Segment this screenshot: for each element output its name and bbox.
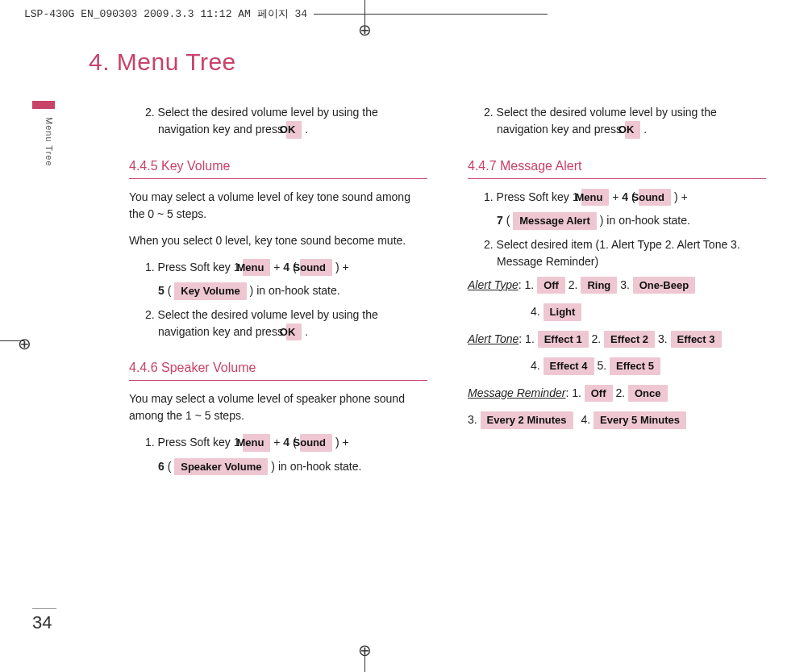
crop-mark-icon: ⊕ — [358, 20, 372, 40]
step-continuation: 5 ( Key Volume ) in on-hook state. — [158, 282, 427, 300]
crop-mark-icon: ⊕ — [18, 334, 31, 353]
page-number: 34 — [32, 612, 52, 633]
ring-option: Ring — [581, 277, 617, 294]
step-continuation: 6 ( Speaker Volume ) in on-hook state. — [158, 458, 427, 476]
option-group-label: Alert Tone — [468, 332, 519, 345]
print-header: LSP-430G EN_090303 2009.3.3 11:12 AM 페이지… — [24, 6, 548, 21]
section-title: 4.4.7 Message Alert — [468, 157, 766, 179]
every-2-minutes-option: Every 2 Minutes — [481, 411, 573, 429]
every-5-minutes-option: Every 5 Minutes — [594, 411, 686, 429]
step-text: 2. Select the desired volume level by us… — [145, 307, 427, 341]
key-volume-button-label: Key Volume — [174, 282, 246, 300]
chapter-title: 4. Menu Tree — [89, 48, 768, 76]
one-beep-option: One-Beep — [633, 277, 695, 294]
step-text: 2. Select the desired volume level by us… — [484, 104, 766, 139]
effect3-option: Effect 3 — [671, 331, 722, 349]
menu-button-label: Menu — [581, 189, 609, 207]
effect5-option: Effect 5 — [610, 357, 660, 375]
ok-button-label: OK — [286, 121, 302, 139]
digit-key: 6 — [158, 460, 165, 473]
message-alert-button-label: Message Alert — [513, 212, 597, 230]
menu-button-label: Menu — [243, 434, 270, 452]
option-line: 4. Light — [531, 303, 766, 321]
crop-mark-icon: ⊕ — [358, 641, 372, 660]
page-content: 4. Menu Tree 2. Select the desired volum… — [40, 48, 768, 632]
paragraph: When you select 0 level, key tone sound … — [129, 232, 427, 249]
option-line: 3. Every 2 Minutes 4. Every 5 Minutes — [468, 411, 766, 429]
option-line: 4. Effect 4 5. Effect 5 — [531, 357, 766, 375]
step-text: 1. Press Soft key 1 Menu + 4 ( Sound ) + — [484, 189, 766, 207]
off-option: Off — [585, 385, 613, 403]
paragraph: You may select a volume level of speaker… — [129, 390, 427, 424]
paragraph: You may select a volume level of key ton… — [129, 189, 427, 223]
once-option: Once — [628, 385, 668, 403]
option-group-label: Alert Type — [468, 278, 519, 291]
step-text: 2. Select the desired volume level by us… — [145, 104, 427, 139]
effect2-option: Effect 2 — [604, 331, 655, 349]
step-continuation: 7 ( Message Alert ) in on-hook state. — [497, 212, 766, 230]
step-text: 1. Press Soft key 1 Menu + 4 ( Sound ) + — [145, 259, 427, 277]
step-text: 1. Press Soft key 1 Menu + 4 ( Sound ) + — [145, 434, 427, 452]
option-line: Alert Type: 1. Off 2. Ring 3. One-Beep — [468, 277, 766, 294]
sound-button-label: Sound — [300, 434, 332, 452]
option-group-label: Message Reminder — [468, 386, 565, 399]
option-line: Alert Tone: 1. Effect 1 2. Effect 2 3. E… — [468, 331, 766, 349]
ok-button-label: OK — [286, 323, 302, 341]
digit-key: 4 — [622, 190, 628, 203]
digit-key: 5 — [158, 284, 165, 297]
light-option: Light — [544, 303, 582, 321]
option-line: Message Reminder: 1. Off 2. Once — [468, 385, 766, 403]
sound-button-label: Sound — [639, 189, 671, 207]
off-option: Off — [537, 277, 565, 294]
digit-key: 4 — [283, 261, 289, 273]
print-header-line — [314, 14, 548, 15]
section-title: 4.4.6 Speaker Volume — [129, 358, 427, 381]
digit-key: 4 — [283, 436, 289, 449]
effect4-option: Effect 4 — [544, 357, 594, 375]
left-column: 2. Select the desired volume level by us… — [129, 104, 427, 482]
speaker-volume-button-label: Speaker Volume — [174, 458, 268, 476]
ok-button-label: OK — [625, 121, 641, 139]
sound-button-label: Sound — [300, 259, 332, 277]
step-text: 2. Select desired item (1. Alert Type 2.… — [484, 236, 766, 270]
footer-rule — [32, 608, 56, 609]
right-column: 2. Select the desired volume level by us… — [468, 104, 766, 482]
two-column-layout: 2. Select the desired volume level by us… — [129, 104, 768, 482]
menu-button-label: Menu — [243, 259, 270, 277]
section-title: 4.4.5 Key Volume — [129, 157, 427, 179]
effect1-option: Effect 1 — [538, 331, 589, 349]
print-header-text: LSP-430G EN_090303 2009.3.3 11:12 AM 페이지… — [24, 6, 307, 21]
digit-key: 7 — [497, 214, 503, 227]
